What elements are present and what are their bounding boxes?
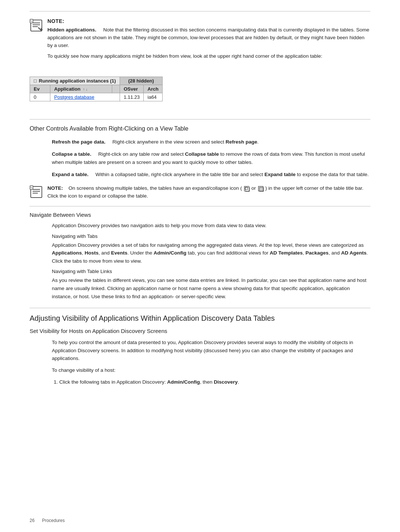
refresh-term: Refresh the page data.	[52, 139, 106, 145]
expand-term: Expand a table.	[52, 172, 89, 177]
tabs-subheading: Navigating with Tabs	[52, 233, 370, 239]
visibility-steps: Click the following tabs in Application …	[59, 378, 370, 386]
row1-arch: ia64	[144, 93, 163, 101]
step1-text: Click the following tabs in Application …	[59, 379, 167, 385]
tabs-bold3: Events	[111, 250, 127, 256]
visibility-para1: To help you control the amount of data p…	[52, 339, 370, 363]
row1-app[interactable]: Postgres database	[50, 93, 120, 101]
table-data-row-1: 0 Postgres database 1.11.23 ia64	[30, 93, 163, 101]
svg-text:✎: ✎	[30, 186, 33, 189]
navigate-heading: Navigate Between Views	[30, 212, 370, 218]
navigate-intro: Application Discovery provides two navig…	[52, 222, 370, 230]
expand-icon-1	[244, 186, 249, 191]
table-title-right: (28 hidden)	[120, 77, 162, 85]
tabs-text-block: Application Discovery provides a set of …	[52, 241, 370, 265]
note2-text2: or	[251, 185, 257, 191]
note-title-1: NOTE:	[47, 18, 370, 24]
page: ✎ NOTE: Hidden applications. Note that t…	[0, 0, 400, 532]
footer-section: Procedures	[42, 518, 64, 523]
tabs-bold4: Admin/Config	[154, 250, 186, 256]
note-inline-2: ✎ NOTE: On screens showing multiple tabl…	[30, 185, 370, 200]
row1-ev: 0	[30, 93, 50, 101]
mid-rule-1	[30, 119, 370, 119]
col-osver-header	[112, 85, 120, 93]
refresh-text: Right-click anywhere in the view screen …	[113, 139, 226, 145]
links-text: As you review the tables in different vi…	[52, 276, 370, 300]
table-title-left: □Running application instances (1)	[30, 77, 120, 85]
small-rule-1	[30, 206, 370, 206]
note-bold-term-1: Hidden applications.	[47, 27, 96, 33]
tabs-bold5: AD Templates	[270, 250, 303, 256]
note-para-1: Hidden applications. Note that the filte…	[47, 26, 370, 50]
note2-bold: NOTE:	[47, 185, 63, 191]
tabs-bold2: Hosts	[85, 250, 99, 256]
collapse-bold: Collapse table	[185, 151, 219, 157]
sort-arrows: ↑ ↓	[83, 87, 88, 91]
visibility-para2: To change visibility of a host:	[52, 366, 370, 374]
expand-icon-2	[258, 186, 263, 191]
visibility-sub-heading: Set Visibility for Hosts on Application …	[30, 328, 370, 334]
top-rule	[30, 11, 370, 11]
refresh-end: .	[257, 139, 259, 145]
tabs-text: Application Discovery provides a set of …	[52, 242, 364, 248]
table-title-row: □Running application instances (1) (28 h…	[30, 77, 163, 85]
step1-bold1: Admin/Config	[167, 379, 200, 385]
collapse-term: Collapse a table.	[52, 151, 91, 157]
visibility-heading: Adjusting Visibility of Applications Wit…	[30, 308, 370, 323]
note-icon-1: ✎	[30, 19, 44, 34]
note-inline-content-2: NOTE: On screens showing multiple tables…	[47, 185, 370, 200]
expand-def: Expand a table. Within a collapsed table…	[52, 171, 370, 179]
links-subheading: Navigating with Table Links	[52, 269, 370, 274]
col-arch-header: Arch	[144, 85, 163, 93]
expand-text: Within a collapsed table, right-click an…	[96, 172, 264, 177]
svg-text:✎: ✎	[30, 20, 33, 23]
col-app-header: Application ↑ ↓	[50, 85, 112, 93]
right-click-heading: Other Controls Available from Right-Clic…	[30, 125, 370, 132]
refresh-def: Refresh the page data. Right-click anywh…	[52, 138, 370, 146]
tabs-bold1: Applications	[52, 250, 82, 256]
note-content-1: NOTE: Hidden applications. Note that the…	[47, 18, 370, 63]
col-osver-label: OSver	[120, 85, 143, 93]
note-para-2: To quickly see how many applications mig…	[47, 53, 370, 60]
collapse-def: Collapse a table. Right-click on any tab…	[52, 150, 370, 166]
note2-text1: On screens showing multiple tables, the …	[69, 185, 242, 191]
app-table: □Running application instances (1) (28 h…	[30, 77, 163, 101]
table-header-row: Ev Application ↑ ↓ OSver Arch	[30, 85, 163, 93]
step1-bold2: Discovery	[214, 379, 238, 385]
expand-text2: to expose the data for that table.	[296, 172, 369, 177]
expand-bold: Expand table	[264, 172, 296, 177]
step-1: Click the following tabs in Application …	[59, 378, 370, 386]
tabs-bold7: AD Agents	[341, 250, 367, 256]
note-box-1: ✎ NOTE: Hidden applications. Note that t…	[30, 18, 370, 63]
footer: 26 Procedures	[30, 518, 65, 523]
tabs-bold6: Packages	[306, 250, 329, 256]
app-table-container: □Running application instances (1) (28 h…	[30, 77, 163, 101]
collapse-text: Right-click on any table row and select	[98, 151, 185, 157]
refresh-bold: Refresh page	[226, 139, 257, 145]
col-ev-header: Ev	[30, 85, 50, 93]
footer-page: 26	[30, 518, 34, 523]
note-body-1: Hidden applications. Note that the filte…	[47, 26, 370, 60]
note-icon-2: ✎	[30, 185, 44, 200]
row1-osver: 1.11.23	[120, 93, 143, 101]
